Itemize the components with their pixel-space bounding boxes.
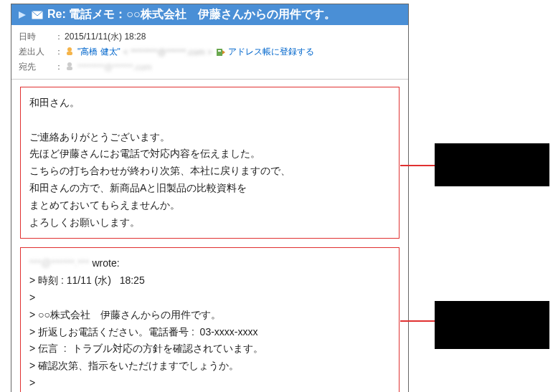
quoted-wrote-suffix: wrote: [92,255,119,272]
connector-line-top [400,165,435,166]
addressbook-icon[interactable] [215,47,225,57]
meta-value-datetime: 2015/11/11(水) 18:28 [65,31,401,43]
meta-value-from: "高橋 健太" < ********@******.com > アドレス帳に登録… [65,46,401,58]
addressbook-link[interactable]: アドレス帳に登録する [228,46,314,58]
reply-line: こちらの打ち合わせが終わり次第、本社に戻りますので、 [29,163,390,180]
meta-label-to: 宛先 [19,61,55,73]
reply-line: 和田さんの方で、新商品Aと旧製品の比較資料を [29,180,390,197]
svg-marker-6 [222,50,225,54]
meta-value-to: ********@******.com [65,61,401,73]
colon: ： [55,31,65,43]
subject-text: Re: 電話メモ：○○株式会社 伊藤さんからの用件です。 [47,7,336,22]
reply-body-box: 和田さん。 ご連絡ありがとうございます。先ほど伊藤さんにお電話で対応内容を伝えま… [20,87,400,239]
quoted-line: > 確認次第、指示をいただけますでしょうか。 [29,358,390,375]
quoted-wrote-line: ***@******.*** wrote: [29,255,390,272]
email-window: Re: 電話メモ：○○株式会社 伊藤さんからの用件です。 日時 ： 2015/1… [11,4,409,392]
svg-rect-8 [67,67,72,70]
envelope-icon [32,11,43,19]
person-icon [65,46,75,58]
to-address-masked: ********@******.com [77,62,152,72]
email-body: 和田さん。 ご連絡ありがとうございます。先ほど伊藤さんにお電話で対応内容を伝えま… [11,80,408,392]
quoted-line: > ○○株式会社 伊藤さんからの用件です。 [29,307,390,324]
callout-top: （返信内容の説明） [435,143,549,186]
svg-point-7 [67,62,72,67]
subject-bar: Re: 電話メモ：○○株式会社 伊藤さんからの用件です。 [11,4,408,25]
quoted-line: > 伝言 : トラブル対応の方針を確認されています。 [29,340,390,358]
quoted-line: > 時刻 : 11/11 (水) 18:25 [29,272,390,290]
flag-icon [17,10,27,20]
svg-point-2 [67,47,72,52]
reply-line: よろしくお願いします。 [29,214,390,231]
connector-line-bottom [400,320,435,322]
svg-marker-0 [19,11,26,19]
callout-bottom: （引用された元メールの説明） [435,301,549,349]
person-icon [65,61,75,73]
meta-row-datetime: 日時 ： 2015/11/11(水) 18:28 [19,29,401,44]
quoted-line: > [29,290,390,307]
meta-row-to: 宛先 ： ********@******.com [19,59,401,75]
quoted-from-masked: ***@******.*** [29,255,89,272]
reply-line: まとめておいてもらえませんか。 [29,197,390,214]
svg-rect-4 [217,49,222,56]
svg-rect-5 [218,50,221,52]
reply-line: 和田さん。 [29,95,390,112]
colon: ： [55,46,65,58]
colon: ： [55,61,65,73]
quoted-body-box: ***@******.*** wrote: > 時刻 : 11/11 (水) 1… [20,247,400,392]
svg-rect-3 [67,52,72,55]
reply-line: 先ほど伊藤さんにお電話で対応内容を伝えました。 [29,145,390,163]
meta-label-from: 差出人 [19,46,55,58]
reply-line: ご連絡ありがとうございます。 [29,129,390,146]
quoted-line: > [29,375,390,392]
meta-row-from: 差出人 ： "高橋 健太" < ********@******.com > アド… [19,44,401,59]
reply-line [29,112,390,129]
quoted-line: > 折返しお電話ください。電話番号 : 03-xxxx-xxxx [29,324,390,341]
sender-name[interactable]: "高橋 健太" [77,46,120,58]
sender-address-masked: < ********@******.com > [123,47,212,57]
meta-label-datetime: 日時 [19,31,55,43]
email-meta: 日時 ： 2015/11/11(水) 18:28 差出人 ： "高橋 健太" <… [11,25,408,80]
